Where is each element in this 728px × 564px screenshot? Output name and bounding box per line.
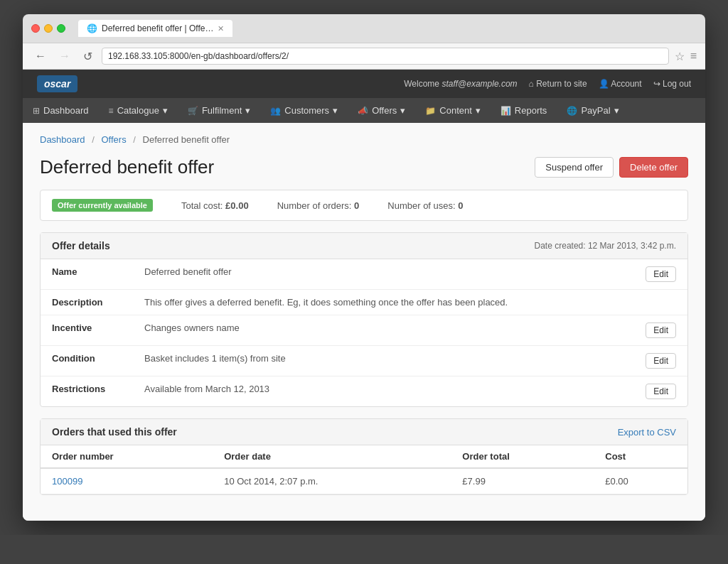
nav-label-reports: Reports <box>515 105 547 116</box>
offer-details-table: Name Deferred benefit offer Edit Descrip… <box>41 259 687 406</box>
table-row: Incentive Changes owners name Edit <box>41 315 687 346</box>
export-csv-link[interactable]: Export to CSV <box>618 427 676 438</box>
home-icon: ⌂ <box>529 79 534 89</box>
incentive-label: Incentive <box>41 315 133 346</box>
main-nav: ⊞ Dashboard ≡ Catalogue ▾ 🛒 Fulfilment ▾… <box>23 98 705 123</box>
top-nav: oscar Welcome staff@example.com ⌂ Return… <box>23 70 705 98</box>
browser-window: 🌐 Deferred benefit offer | Offe… ✕ ← → ↺… <box>23 14 705 521</box>
breadcrumb-offers[interactable]: Offers <box>101 134 126 145</box>
nav-item-customers[interactable]: 👥 Customers ▾ <box>260 98 348 123</box>
condition-edit-cell: Edit <box>631 346 687 376</box>
nav-label-dashboard: Dashboard <box>43 105 89 116</box>
minimize-button[interactable] <box>44 24 53 33</box>
page-title: Deferred benefit offer <box>40 156 214 178</box>
close-button[interactable] <box>31 24 40 33</box>
condition-value: Basket includes 1 item(s) from site <box>133 346 631 376</box>
paypal-icon: 🌐 <box>567 106 577 116</box>
breadcrumb-current: Deferred benefit offer <box>143 134 230 145</box>
chevron-down-icon-5: ▾ <box>476 105 481 116</box>
breadcrumb-sep-1: / <box>92 134 95 145</box>
delete-offer-button[interactable]: Delete offer <box>619 157 688 178</box>
traffic-lights <box>31 24 65 33</box>
order-cost-cell: £0.00 <box>594 468 687 494</box>
chevron-down-icon-6: ▾ <box>614 105 619 116</box>
offer-details-header: Offer details Date created: 12 Mar 2013,… <box>41 233 687 259</box>
description-label: Description <box>41 290 133 315</box>
restrictions-label: Restrictions <box>41 376 133 407</box>
back-button[interactable]: ← <box>31 48 50 64</box>
chevron-down-icon: ▾ <box>163 105 168 116</box>
num-uses-stat: Number of uses: 0 <box>387 200 463 211</box>
restrictions-edit-cell: Edit <box>631 376 687 407</box>
restrictions-edit-button[interactable]: Edit <box>646 384 676 399</box>
col-cost: Cost <box>594 445 687 468</box>
name-edit-button[interactable]: Edit <box>646 266 676 282</box>
catalogue-icon: ≡ <box>109 106 114 116</box>
table-row: Restrictions Available from March 12, 20… <box>41 376 687 407</box>
menu-icon[interactable]: ≡ <box>690 50 697 63</box>
chevron-down-icon-2: ▾ <box>245 105 250 116</box>
incentive-edit-button[interactable]: Edit <box>646 322 676 338</box>
condition-edit-button[interactable]: Edit <box>646 353 676 369</box>
nav-item-dashboard[interactable]: ⊞ Dashboard <box>23 98 99 123</box>
incentive-edit-cell: Edit <box>631 315 687 346</box>
nav-label-offers: Offers <box>372 105 397 116</box>
name-edit-cell: Edit <box>631 259 687 290</box>
browser-titlebar: 🌐 Deferred benefit offer | Offe… ✕ <box>23 14 705 43</box>
refresh-button[interactable]: ↺ <box>80 48 96 65</box>
col-order-total: Order total <box>451 445 594 468</box>
nav-label-fulfilment: Fulfilment <box>202 105 242 116</box>
user-icon: 👤 <box>599 79 609 89</box>
oscar-logo[interactable]: oscar <box>37 75 77 92</box>
maximize-button[interactable] <box>57 24 65 33</box>
nav-label-paypal: PayPal <box>581 105 610 116</box>
address-bar[interactable] <box>102 48 669 65</box>
name-value: Deferred benefit offer <box>133 259 631 290</box>
table-row: Condition Basket includes 1 item(s) from… <box>41 346 687 376</box>
orders-card: Orders that used this offer Export to CS… <box>40 418 688 495</box>
offer-details-card: Offer details Date created: 12 Mar 2013,… <box>40 232 688 407</box>
nav-item-reports[interactable]: 📊 Reports <box>491 98 557 123</box>
top-nav-right: Welcome staff@example.com ⌂ Return to si… <box>404 79 691 89</box>
offer-details-title: Offer details <box>52 240 110 251</box>
nav-label-customers: Customers <box>284 105 329 116</box>
browser-tab[interactable]: 🌐 Deferred benefit offer | Offe… ✕ <box>78 20 232 37</box>
chevron-down-icon-4: ▾ <box>400 105 405 116</box>
orders-table: Order number Order date Order total Cost… <box>41 445 687 494</box>
tab-favicon: 🌐 <box>87 23 97 33</box>
browser-toolbar: ← → ↺ ☆ ≡ <box>23 43 705 70</box>
col-order-number: Order number <box>41 445 213 468</box>
nav-item-content[interactable]: 📁 Content ▾ <box>415 98 491 123</box>
offers-icon: 📣 <box>358 106 368 116</box>
nav-item-offers[interactable]: 📣 Offers ▾ <box>348 98 415 123</box>
nav-label-catalogue: Catalogue <box>117 105 159 116</box>
stats-bar: Offer currently available Total cost: £0… <box>40 190 688 221</box>
orders-table-header-row: Order number Order date Order total Cost <box>41 445 687 468</box>
nav-item-fulfilment[interactable]: 🛒 Fulfilment ▾ <box>178 98 260 123</box>
logout-link[interactable]: ↪ Log out <box>653 79 691 89</box>
table-row: 100099 10 Oct 2014, 2:07 p.m. £7.99 £0.0… <box>41 468 687 494</box>
tab-close-icon[interactable]: ✕ <box>218 24 224 33</box>
chevron-down-icon-3: ▾ <box>333 105 338 116</box>
order-number-link[interactable]: 100099 <box>52 476 82 487</box>
account-link[interactable]: 👤 Account <box>599 79 642 89</box>
incentive-value: Changes owners name <box>133 315 631 346</box>
orders-card-header: Orders that used this offer Export to CS… <box>41 419 687 445</box>
num-orders-stat: Number of orders: 0 <box>277 200 360 211</box>
suspend-offer-button[interactable]: Suspend offer <box>535 157 614 178</box>
restrictions-value: Available from March 12, 2013 <box>133 376 631 407</box>
logout-icon: ↪ <box>653 79 660 89</box>
offer-available-badge: Offer currently available <box>52 199 153 212</box>
description-edit-cell <box>631 290 687 315</box>
bookmark-icon[interactable]: ☆ <box>675 50 685 63</box>
reports-icon: 📊 <box>500 106 511 116</box>
forward-button[interactable]: → <box>55 48 74 64</box>
nav-item-paypal[interactable]: 🌐 PayPal ▾ <box>557 98 628 123</box>
table-row: Description This offer gives a deferred … <box>41 290 687 315</box>
return-to-site-link[interactable]: ⌂ Return to site <box>529 79 587 89</box>
header-buttons: Suspend offer Delete offer <box>535 157 688 178</box>
breadcrumb-dashboard[interactable]: Dashboard <box>40 134 85 145</box>
nav-item-catalogue[interactable]: ≡ Catalogue ▾ <box>99 98 178 123</box>
page-content: Dashboard / Offers / Deferred benefit of… <box>23 123 705 521</box>
orders-section-title: Orders that used this offer <box>52 426 177 438</box>
